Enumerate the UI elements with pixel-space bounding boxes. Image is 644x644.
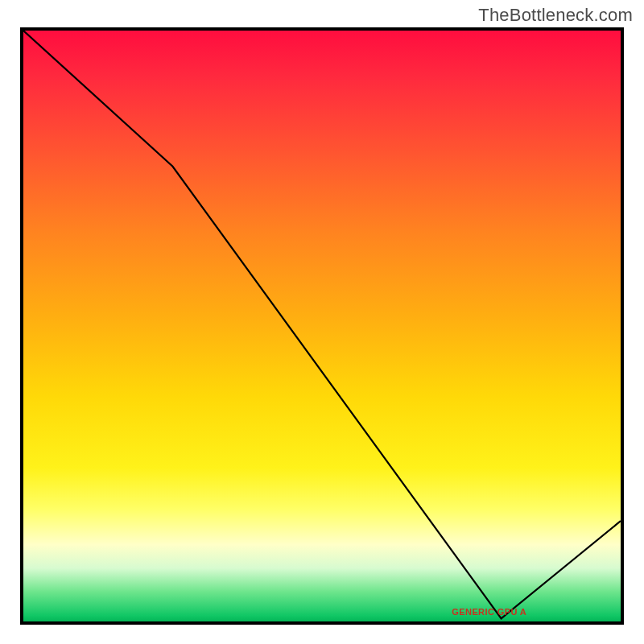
chart-container: TheBottleneck.com GENERIC GPU A	[0, 0, 644, 644]
plot-area: GENERIC GPU A	[20, 27, 624, 625]
attribution-text: TheBottleneck.com	[478, 5, 633, 26]
optimal-marker-label: GENERIC GPU A	[452, 607, 526, 617]
bottleneck-curve-path	[23, 31, 621, 618]
line-series	[23, 31, 621, 621]
